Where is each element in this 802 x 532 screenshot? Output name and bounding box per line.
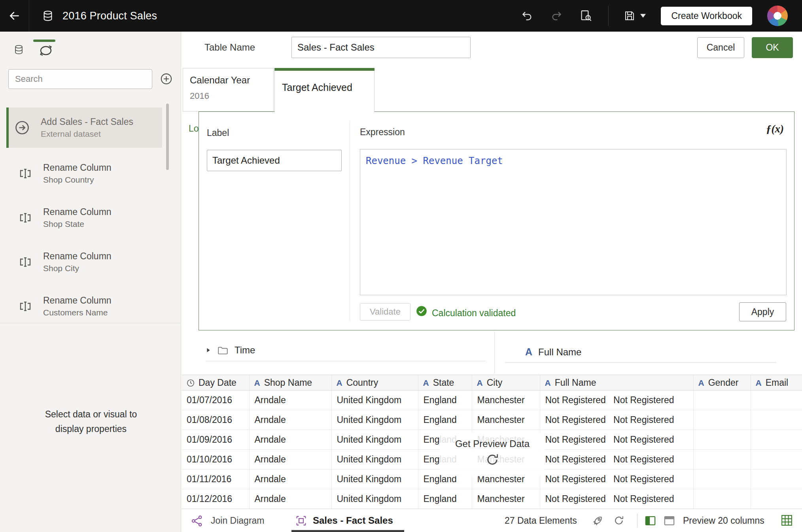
label-input[interactable]	[207, 150, 342, 171]
cell: United Kingdom	[331, 410, 418, 430]
back-button[interactable]	[0, 0, 29, 32]
tab-target-achieved[interactable]: Target Achieved	[274, 68, 375, 112]
cell: United Kingdom	[331, 450, 418, 470]
table-name-input[interactable]	[291, 37, 471, 58]
step-subtitle: External dataset	[41, 128, 133, 140]
page-title: 2016 Product Sales	[62, 10, 157, 22]
column-header-country[interactable]: ACountry	[331, 375, 418, 391]
attribute-icon: A	[545, 378, 551, 387]
cell: Arndale	[249, 450, 331, 470]
attribute-icon: A	[254, 378, 260, 387]
column-label: Email	[766, 377, 789, 388]
step-title: Rename Column	[43, 294, 112, 307]
cell: United Kingdom	[331, 470, 418, 489]
data-elements-count: 27 Data Elements	[505, 515, 577, 526]
list-item-full-name[interactable]: A Full Name	[525, 346, 581, 358]
step-item-rename-shop-country[interactable]: Rename ColumnShop Country	[6, 158, 162, 189]
column-header-city[interactable]: ACity	[472, 375, 540, 391]
toggle-top-panel-icon[interactable]	[663, 515, 675, 527]
table-header-row: Day Date AShop Name ACountry AState ACit…	[182, 375, 802, 391]
step-item-rename-shop-state[interactable]: Rename ColumnShop State	[6, 202, 162, 233]
expression-editor[interactable]: Revenue > Revenue Target	[360, 149, 787, 295]
column-label: Gender	[708, 377, 739, 388]
add-step-plus-icon[interactable]	[160, 72, 173, 85]
folder-icon	[218, 346, 228, 355]
column-header-full-name[interactable]: AFull Name	[540, 375, 693, 391]
cell	[693, 391, 751, 410]
step-subtitle: Shop State	[43, 218, 112, 230]
save-icon[interactable]	[624, 10, 636, 22]
attribute-icon: A	[423, 378, 429, 387]
cell	[751, 489, 802, 509]
clipped-background-link[interactable]: Lo	[189, 123, 199, 134]
cell: Arndale	[249, 391, 331, 410]
grid-view-icon[interactable]	[780, 514, 793, 527]
preview-columns-control[interactable]: Preview 20 columns	[683, 515, 764, 526]
column-header-state[interactable]: AState	[418, 375, 472, 391]
join-diagram-icon[interactable]	[191, 515, 203, 527]
step-title: Add Sales - Fact Sales	[41, 116, 133, 128]
dialog-divider	[350, 121, 350, 321]
table-row[interactable]: 01/08/2016ArndaleUnited KingdomEnglandMa…	[182, 410, 802, 430]
cell	[693, 410, 751, 430]
apply-button[interactable]: Apply	[739, 302, 786, 321]
calculation-dialog: Label Expression ƒ(x) Revenue > Revenue …	[199, 111, 794, 330]
column-label: Country	[346, 377, 378, 388]
get-preview-data-overlay[interactable]: Get Preview Data	[440, 432, 545, 476]
tab-calendar-year[interactable]: Calendar Year 2016	[183, 68, 274, 111]
table-name-label: Table Name	[204, 42, 255, 53]
ok-button[interactable]: OK	[752, 37, 793, 58]
column-header-email[interactable]: AEmail	[751, 375, 802, 391]
quality-insights-icon[interactable]	[592, 514, 604, 526]
cell: 01/08/2016	[182, 410, 249, 430]
column-label: City	[487, 377, 503, 388]
cancel-button[interactable]: Cancel	[697, 37, 744, 58]
cell	[693, 450, 751, 470]
join-diagram-tab[interactable]: Join Diagram	[211, 515, 265, 526]
cell	[693, 470, 751, 489]
step-item-add-dataset[interactable]: Add Sales - Fact SalesExternal dataset	[6, 108, 162, 148]
dataset-tab-sales-fact-sales[interactable]: Sales - Fact Sales	[313, 515, 393, 526]
panel-divider	[494, 331, 495, 374]
validate-button[interactable]: Validate	[360, 303, 410, 321]
column-header-gender[interactable]: AGender	[693, 375, 751, 391]
cell: England	[418, 391, 472, 410]
cell	[751, 391, 802, 410]
user-avatar[interactable]	[767, 6, 788, 26]
fx-icon[interactable]: ƒ(x)	[766, 123, 784, 135]
toggle-left-panel-icon[interactable]	[644, 515, 656, 527]
cell: England	[418, 410, 472, 430]
cell: 01/10/2016	[182, 450, 249, 470]
sidebar-scrollbar[interactable]	[166, 104, 169, 170]
sidebar-tab-data[interactable]	[13, 44, 24, 55]
cell: Not Registered Not Registered	[540, 489, 693, 509]
check-circle-icon	[416, 306, 427, 317]
step-item-rename-shop-city[interactable]: Rename ColumnShop City	[6, 247, 162, 277]
attribute-icon: A	[698, 378, 704, 387]
table-row[interactable]: 01/07/2016ArndaleUnited KingdomEnglandMa…	[182, 391, 802, 410]
database-icon	[13, 44, 24, 55]
redo-icon[interactable]	[550, 10, 562, 22]
column-header-shop-name[interactable]: AShop Name	[249, 375, 331, 391]
topbar-actions: Create Workbook	[504, 6, 802, 26]
table-row[interactable]: 01/12/2016ArndaleUnited KingdomEnglandMa…	[182, 489, 802, 509]
inspect-icon[interactable]	[580, 9, 592, 22]
properties-sidebar: Add Sales - Fact SalesExternal dataset R…	[0, 32, 181, 532]
app-window: 2016 Product Sales Create Workbook	[0, 0, 802, 532]
search-input[interactable]	[8, 69, 152, 89]
sidebar-tab-preparation-steps[interactable]	[38, 45, 54, 57]
attribute-icon: A	[525, 346, 532, 358]
attribute-icon: A	[477, 378, 483, 387]
refresh-icon[interactable]	[485, 453, 499, 467]
column-header-day-date[interactable]: Day Date	[182, 375, 249, 391]
create-workbook-button[interactable]: Create Workbook	[661, 7, 752, 25]
cell: 01/11/2016	[182, 470, 249, 489]
tree-caret-icon[interactable]	[206, 347, 211, 353]
tree-item-time[interactable]: Time	[206, 345, 255, 356]
rename-column-icon	[18, 166, 32, 181]
properties-empty-hint: Select data or visual to display propert…	[12, 407, 170, 436]
save-menu-caret-icon[interactable]	[640, 14, 646, 18]
refresh-data-icon[interactable]	[613, 515, 624, 526]
step-item-rename-customers-name[interactable]: Rename ColumnCustomers Name	[6, 291, 162, 322]
undo-icon[interactable]	[521, 10, 533, 22]
